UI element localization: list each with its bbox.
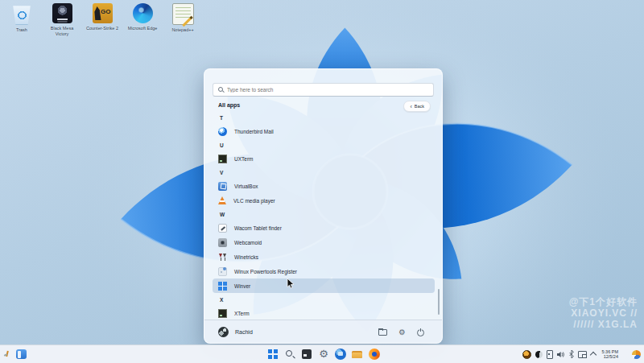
powertools-icon [218, 267, 227, 276]
volume-icon[interactable] [557, 351, 565, 358]
black-mesa-icon [52, 3, 72, 23]
section-letter-x[interactable]: X [213, 293, 435, 306]
wine-glasses-icon [218, 253, 227, 262]
terminal-icon [218, 309, 227, 318]
terminal-icon [218, 155, 227, 163]
chevron-left-icon: ‹ [410, 105, 411, 109]
wacom-tablet-icon [218, 224, 227, 233]
camera-icon [218, 238, 227, 247]
power-icon[interactable] [416, 328, 425, 336]
app-item-vlc[interactable]: VLC media player [213, 193, 435, 208]
desktop-icon-notepad-plus[interactable]: Notepad++ [163, 3, 203, 36]
watermark-line: ////// X1G.LA [569, 319, 638, 330]
search-input[interactable] [227, 87, 433, 93]
display-icon[interactable] [578, 351, 587, 358]
folder-icon[interactable] [378, 328, 387, 336]
device-icon[interactable] [547, 350, 553, 359]
watermark-line: XIAOYI.VC // [569, 307, 638, 319]
csgo-icon: GO [93, 3, 113, 23]
tray-orange-app-icon[interactable] [522, 350, 531, 359]
all-apps-list: T Thunderbird Mail U UXTerm V VirtualBox… [213, 111, 435, 320]
windows-logo-icon [218, 282, 227, 291]
app-item-wacom[interactable]: Wacom Tablet finder [213, 221, 435, 235]
thunderbird-icon [218, 127, 227, 136]
firefox-icon[interactable] [369, 349, 380, 360]
tray-dark-app-icon[interactable] [535, 351, 543, 358]
blue-app-icon[interactable] [335, 349, 346, 360]
start-menu-footer: Rachid ⚙ [204, 320, 442, 343]
app-item-uxterm[interactable]: UXTerm [213, 151, 435, 166]
vlc-cone-icon [218, 196, 226, 204]
virtualbox-icon [218, 182, 227, 191]
app-item-winver[interactable]: Winver [213, 278, 435, 293]
taskbar-center: ⚙ [267, 345, 380, 363]
section-letter-v[interactable]: V [213, 166, 435, 179]
app-item-thunderbird[interactable]: Thunderbird Mail [213, 124, 435, 138]
system-tray: 5:36 PM 12/5/24 [522, 345, 641, 363]
search-icon [218, 87, 224, 93]
section-letter-t[interactable]: T [213, 111, 435, 124]
notepad-plus-icon [172, 3, 194, 25]
desktop-icon-counter-strike[interactable]: GO Counter-Strike 2 [82, 3, 122, 36]
start-search-box[interactable] [213, 83, 434, 97]
bluetooth-icon[interactable] [569, 350, 574, 358]
corner-widget-icon[interactable] [4, 351, 10, 358]
window-switcher-icon[interactable] [16, 349, 27, 359]
desktop-icon-edge[interactable]: Microsoft Edge [122, 3, 163, 36]
list-scrollbar[interactable] [438, 289, 440, 315]
clock-date: 12/5/24 [602, 354, 618, 360]
app-item-webcamoid[interactable]: Webcamoid [213, 235, 435, 250]
desktop-icon-black-mesa[interactable]: Black Mesa Victory [42, 3, 82, 36]
watermark-line: @下1个好软件 [569, 296, 638, 307]
all-apps-title: All apps [218, 102, 240, 108]
user-name[interactable]: Rachid [235, 329, 253, 335]
taskbar-left [4, 345, 27, 363]
app-item-virtualbox[interactable]: VirtualBox [213, 179, 435, 193]
section-letter-u[interactable]: U [213, 138, 435, 151]
file-explorer-icon[interactable] [352, 349, 363, 361]
user-avatar[interactable] [218, 327, 229, 337]
back-button[interactable]: ‹ Back [403, 101, 431, 112]
section-letter-w[interactable]: W [213, 208, 435, 221]
app-item-xterm[interactable]: XTerm [213, 306, 435, 320]
tray-color-app-icon[interactable] [632, 350, 641, 359]
taskbar-clock[interactable]: 5:36 PM 12/5/24 [602, 349, 618, 360]
desktop: @下1个好软件 XIAOYI.VC // ////// X1G.LA Trash… [0, 0, 644, 363]
settings-gear-icon[interactable]: ⚙ [398, 328, 407, 336]
recycle-bin-icon [11, 3, 33, 25]
desktop-icons: Trash Black Mesa Victory GO Counter-Stri… [2, 3, 203, 36]
app-item-winux-powertools-register[interactable]: Winux Powertools Register [213, 264, 435, 278]
taskbar-search-icon[interactable] [284, 349, 295, 360]
settings-gear-icon[interactable]: ⚙ [318, 349, 329, 360]
desktop-icon-trash[interactable]: Trash [2, 3, 42, 36]
chevron-up-icon[interactable] [589, 352, 596, 358]
taskbar: ⚙ 5:36 PM 12/5/24 [0, 344, 644, 363]
edge-icon [133, 3, 153, 23]
watermark: @下1个好软件 XIAOYI.VC // ////// X1G.LA [569, 296, 638, 330]
terminal-app-icon[interactable] [302, 349, 312, 359]
mouse-cursor [287, 278, 295, 289]
start-menu: All apps ‹ Back T Thunderbird Mail U UXT… [204, 68, 443, 344]
start-button-windows-logo-icon[interactable] [268, 349, 278, 359]
app-item-winetricks[interactable]: Winetricks [213, 250, 435, 264]
